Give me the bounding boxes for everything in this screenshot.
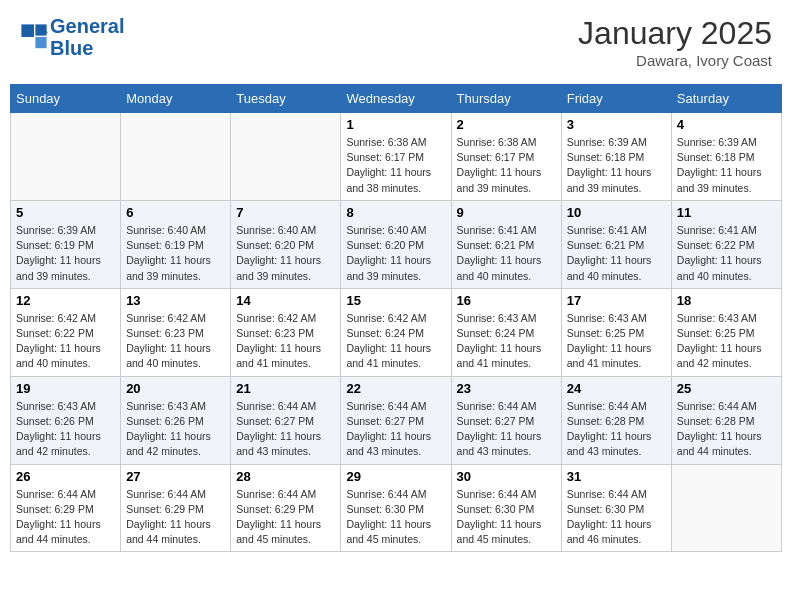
logo-text-general: General <box>50 15 124 37</box>
day-info: Sunrise: 6:43 AMSunset: 6:26 PMDaylight:… <box>16 399 115 460</box>
day-info: Sunrise: 6:44 AMSunset: 6:27 PMDaylight:… <box>346 399 445 460</box>
calendar-day-cell: 19Sunrise: 6:43 AMSunset: 6:26 PMDayligh… <box>11 376 121 464</box>
day-number: 23 <box>457 381 556 396</box>
day-info: Sunrise: 6:41 AMSunset: 6:22 PMDaylight:… <box>677 223 776 284</box>
day-number: 4 <box>677 117 776 132</box>
day-number: 31 <box>567 469 666 484</box>
day-info: Sunrise: 6:43 AMSunset: 6:25 PMDaylight:… <box>677 311 776 372</box>
calendar-day-cell: 6Sunrise: 6:40 AMSunset: 6:19 PMDaylight… <box>121 200 231 288</box>
calendar-day-cell: 29Sunrise: 6:44 AMSunset: 6:30 PMDayligh… <box>341 464 451 552</box>
day-number: 17 <box>567 293 666 308</box>
day-info: Sunrise: 6:39 AMSunset: 6:19 PMDaylight:… <box>16 223 115 284</box>
calendar-day-cell: 2Sunrise: 6:38 AMSunset: 6:17 PMDaylight… <box>451 113 561 201</box>
day-number: 29 <box>346 469 445 484</box>
calendar-day-cell: 14Sunrise: 6:42 AMSunset: 6:23 PMDayligh… <box>231 288 341 376</box>
calendar-day-cell: 28Sunrise: 6:44 AMSunset: 6:29 PMDayligh… <box>231 464 341 552</box>
day-number: 12 <box>16 293 115 308</box>
calendar-day-cell: 31Sunrise: 6:44 AMSunset: 6:30 PMDayligh… <box>561 464 671 552</box>
day-number: 13 <box>126 293 225 308</box>
day-number: 9 <box>457 205 556 220</box>
calendar-day-cell: 30Sunrise: 6:44 AMSunset: 6:30 PMDayligh… <box>451 464 561 552</box>
day-number: 16 <box>457 293 556 308</box>
day-number: 14 <box>236 293 335 308</box>
day-number: 10 <box>567 205 666 220</box>
calendar-week-row: 1Sunrise: 6:38 AMSunset: 6:17 PMDaylight… <box>11 113 782 201</box>
day-number: 5 <box>16 205 115 220</box>
day-info: Sunrise: 6:42 AMSunset: 6:23 PMDaylight:… <box>126 311 225 372</box>
day-number: 30 <box>457 469 556 484</box>
calendar-day-cell: 21Sunrise: 6:44 AMSunset: 6:27 PMDayligh… <box>231 376 341 464</box>
logo: General Blue <box>20 15 124 59</box>
svg-marker-3 <box>35 37 46 48</box>
calendar-day-cell: 11Sunrise: 6:41 AMSunset: 6:22 PMDayligh… <box>671 200 781 288</box>
day-info: Sunrise: 6:40 AMSunset: 6:19 PMDaylight:… <box>126 223 225 284</box>
day-number: 27 <box>126 469 225 484</box>
calendar-day-cell <box>671 464 781 552</box>
day-number: 24 <box>567 381 666 396</box>
calendar-day-cell <box>11 113 121 201</box>
day-number: 2 <box>457 117 556 132</box>
calendar-day-cell: 16Sunrise: 6:43 AMSunset: 6:24 PMDayligh… <box>451 288 561 376</box>
page-header: General Blue January 2025 Dawara, Ivory … <box>10 10 782 74</box>
calendar-day-cell: 17Sunrise: 6:43 AMSunset: 6:25 PMDayligh… <box>561 288 671 376</box>
day-info: Sunrise: 6:38 AMSunset: 6:17 PMDaylight:… <box>457 135 556 196</box>
calendar-day-cell: 15Sunrise: 6:42 AMSunset: 6:24 PMDayligh… <box>341 288 451 376</box>
calendar-day-cell: 20Sunrise: 6:43 AMSunset: 6:26 PMDayligh… <box>121 376 231 464</box>
calendar-day-cell: 8Sunrise: 6:40 AMSunset: 6:20 PMDaylight… <box>341 200 451 288</box>
weekday-header-friday: Friday <box>561 85 671 113</box>
day-info: Sunrise: 6:38 AMSunset: 6:17 PMDaylight:… <box>346 135 445 196</box>
day-number: 7 <box>236 205 335 220</box>
calendar-day-cell: 25Sunrise: 6:44 AMSunset: 6:28 PMDayligh… <box>671 376 781 464</box>
logo-icon <box>20 23 48 51</box>
calendar-day-cell: 12Sunrise: 6:42 AMSunset: 6:22 PMDayligh… <box>11 288 121 376</box>
calendar-day-cell: 27Sunrise: 6:44 AMSunset: 6:29 PMDayligh… <box>121 464 231 552</box>
day-number: 25 <box>677 381 776 396</box>
day-number: 21 <box>236 381 335 396</box>
calendar-day-cell: 5Sunrise: 6:39 AMSunset: 6:19 PMDaylight… <box>11 200 121 288</box>
day-number: 1 <box>346 117 445 132</box>
weekday-header-thursday: Thursday <box>451 85 561 113</box>
day-info: Sunrise: 6:43 AMSunset: 6:26 PMDaylight:… <box>126 399 225 460</box>
day-info: Sunrise: 6:43 AMSunset: 6:24 PMDaylight:… <box>457 311 556 372</box>
day-info: Sunrise: 6:44 AMSunset: 6:29 PMDaylight:… <box>236 487 335 548</box>
day-info: Sunrise: 6:39 AMSunset: 6:18 PMDaylight:… <box>567 135 666 196</box>
day-info: Sunrise: 6:43 AMSunset: 6:25 PMDaylight:… <box>567 311 666 372</box>
day-number: 15 <box>346 293 445 308</box>
day-info: Sunrise: 6:40 AMSunset: 6:20 PMDaylight:… <box>346 223 445 284</box>
day-info: Sunrise: 6:44 AMSunset: 6:30 PMDaylight:… <box>457 487 556 548</box>
calendar-day-cell: 4Sunrise: 6:39 AMSunset: 6:18 PMDaylight… <box>671 113 781 201</box>
title-block: January 2025 Dawara, Ivory Coast <box>578 15 772 69</box>
location: Dawara, Ivory Coast <box>578 52 772 69</box>
day-info: Sunrise: 6:44 AMSunset: 6:28 PMDaylight:… <box>677 399 776 460</box>
calendar-day-cell: 7Sunrise: 6:40 AMSunset: 6:20 PMDaylight… <box>231 200 341 288</box>
calendar-week-row: 19Sunrise: 6:43 AMSunset: 6:26 PMDayligh… <box>11 376 782 464</box>
calendar-day-cell: 23Sunrise: 6:44 AMSunset: 6:27 PMDayligh… <box>451 376 561 464</box>
day-info: Sunrise: 6:39 AMSunset: 6:18 PMDaylight:… <box>677 135 776 196</box>
day-info: Sunrise: 6:44 AMSunset: 6:27 PMDaylight:… <box>457 399 556 460</box>
svg-rect-1 <box>21 24 34 37</box>
calendar-day-cell: 18Sunrise: 6:43 AMSunset: 6:25 PMDayligh… <box>671 288 781 376</box>
day-number: 19 <box>16 381 115 396</box>
calendar-day-cell: 1Sunrise: 6:38 AMSunset: 6:17 PMDaylight… <box>341 113 451 201</box>
calendar-day-cell: 24Sunrise: 6:44 AMSunset: 6:28 PMDayligh… <box>561 376 671 464</box>
calendar-day-cell: 10Sunrise: 6:41 AMSunset: 6:21 PMDayligh… <box>561 200 671 288</box>
day-number: 28 <box>236 469 335 484</box>
calendar-week-row: 5Sunrise: 6:39 AMSunset: 6:19 PMDaylight… <box>11 200 782 288</box>
weekday-header-saturday: Saturday <box>671 85 781 113</box>
day-info: Sunrise: 6:44 AMSunset: 6:29 PMDaylight:… <box>126 487 225 548</box>
day-number: 18 <box>677 293 776 308</box>
calendar-day-cell: 22Sunrise: 6:44 AMSunset: 6:27 PMDayligh… <box>341 376 451 464</box>
calendar-table: SundayMondayTuesdayWednesdayThursdayFrid… <box>10 84 782 552</box>
day-number: 20 <box>126 381 225 396</box>
weekday-header-row: SundayMondayTuesdayWednesdayThursdayFrid… <box>11 85 782 113</box>
day-info: Sunrise: 6:44 AMSunset: 6:29 PMDaylight:… <box>16 487 115 548</box>
day-number: 3 <box>567 117 666 132</box>
day-info: Sunrise: 6:42 AMSunset: 6:23 PMDaylight:… <box>236 311 335 372</box>
logo-text-blue: Blue <box>50 37 124 59</box>
day-info: Sunrise: 6:44 AMSunset: 6:28 PMDaylight:… <box>567 399 666 460</box>
day-info: Sunrise: 6:41 AMSunset: 6:21 PMDaylight:… <box>567 223 666 284</box>
calendar-day-cell <box>231 113 341 201</box>
month-title: January 2025 <box>578 15 772 52</box>
day-number: 22 <box>346 381 445 396</box>
weekday-header-wednesday: Wednesday <box>341 85 451 113</box>
